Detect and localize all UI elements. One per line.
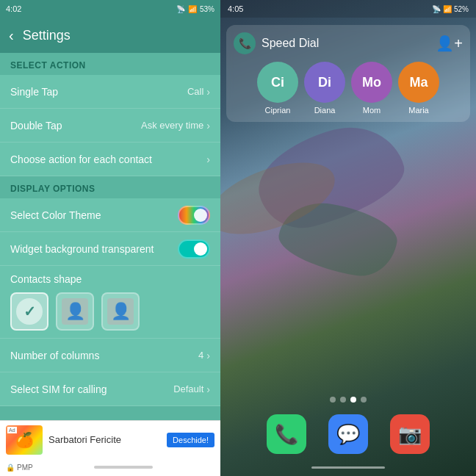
settings-header: ‹ Settings — [0, 18, 220, 53]
person-icon-2: 👤 — [111, 302, 131, 321]
checkmark-icon: ✓ — [24, 303, 36, 320]
person-icon: 👤 — [65, 302, 85, 321]
chevron-icon: › — [206, 86, 210, 98]
shape-circle-option[interactable]: ✓ — [10, 292, 48, 331]
indicator-4 — [361, 397, 367, 403]
avatar-maria: Ma — [398, 62, 439, 103]
nav-bar — [220, 458, 476, 476]
transparent-toggle[interactable] — [178, 239, 210, 259]
display-options-label: DISPLAY OPTIONS — [0, 176, 220, 198]
bottom-dock: 📞 💬 📷 — [220, 414, 476, 454]
color-theme-toggle[interactable] — [178, 206, 210, 225]
time-left: 4:02 — [6, 4, 21, 13]
contact-diana[interactable]: Di Diana — [304, 62, 345, 115]
avatar-mom: Mo — [351, 62, 392, 103]
status-icons-left: 📡 📶 53% — [176, 5, 214, 13]
ad-banner: 🍊 Ad Sarbatori Fericite Deschide! — [0, 420, 220, 458]
speed-dial-widget: 📞 Speed Dial 👤+ Ci Ciprian Di Diana — [226, 25, 470, 122]
single-tap-item[interactable]: Single Tap Call › — [0, 75, 220, 109]
pmp-label: 🔒 PMP — [6, 464, 33, 472]
battery-left: 53% — [200, 5, 214, 13]
ad-open-button[interactable]: Deschide! — [167, 433, 214, 447]
color-theme-item[interactable]: Select Color Theme — [0, 198, 220, 232]
dock-camera-button[interactable]: 📷 — [390, 414, 430, 454]
status-bar-right: 4:05 📡 📶 52% — [220, 0, 476, 18]
status-icons-right: 📡 📶 52% — [432, 5, 469, 13]
contact-ciprian[interactable]: Ci Ciprian — [257, 62, 298, 115]
select-action-label: SELECT ACTION — [0, 53, 220, 75]
ad-image: 🍊 Ad — [6, 425, 43, 455]
select-sim-item[interactable]: Select SIM for calling Default › — [0, 372, 220, 406]
contact-mom[interactable]: Mo Mom — [351, 62, 392, 115]
chevron-icon: › — [206, 383, 210, 395]
back-button[interactable]: ‹ — [9, 27, 14, 44]
avatar-diana: Di — [304, 62, 345, 103]
double-tap-item[interactable]: Double Tap Ask every time › — [0, 109, 220, 143]
widget-bg-transparent-item[interactable]: Widget background transparent — [0, 232, 220, 266]
phone-widget-icon: 📞 — [234, 32, 256, 54]
chevron-icon: › — [206, 120, 210, 131]
contact-maria[interactable]: Ma Maria — [398, 62, 439, 115]
chevron-icon: › — [206, 350, 210, 361]
scroll-indicator — [94, 466, 153, 469]
page-title: Settings — [23, 28, 71, 43]
time-right: 4:05 — [228, 4, 243, 13]
contacts-row: Ci Ciprian Di Diana Mo Mom Ma — [234, 62, 463, 115]
chevron-icon: › — [206, 154, 210, 165]
ad-text: Sarbatori Fericite — [48, 434, 161, 445]
choose-action-item[interactable]: Choose action for each contact › — [0, 143, 220, 176]
num-columns-item[interactable]: Number of columns 4 › — [0, 339, 220, 372]
shape-rounded-option[interactable]: 👤 — [56, 292, 94, 331]
widget-title: Speed Dial — [262, 37, 319, 50]
shape-options: ✓ 👤 👤 — [10, 292, 210, 331]
contacts-shape-section: Contacts shape ✓ 👤 👤 — [0, 266, 220, 339]
right-panel: 4:05 📡 📶 52% 📞 Speed Dial 👤+ Ci Ciprian — [220, 0, 476, 476]
dock-phone-button[interactable]: 📞 — [267, 414, 306, 454]
dock-messages-button[interactable]: 💬 — [328, 414, 368, 454]
bottom-bar: 🔒 PMP — [0, 458, 220, 476]
widget-header: 📞 Speed Dial 👤+ — [234, 32, 463, 54]
add-contact-button[interactable]: 👤+ — [436, 35, 463, 52]
widget-title-row: 📞 Speed Dial — [234, 32, 319, 54]
battery-right: 52% — [454, 5, 469, 13]
left-panel: 4:02 📡 📶 53% ‹ Settings SELECT ACTION Si… — [0, 0, 220, 476]
status-bar-left: 4:02 📡 📶 53% — [0, 0, 220, 18]
avatar-ciprian: Ci — [257, 62, 298, 103]
indicator-3-active — [350, 397, 356, 403]
contacts-shape-label: Contacts shape — [10, 273, 210, 285]
shape-square-option[interactable]: 👤 — [101, 292, 140, 331]
indicator-2 — [340, 397, 346, 403]
indicator-1 — [330, 397, 336, 403]
home-indicator — [311, 466, 385, 469]
page-indicators — [220, 397, 476, 403]
